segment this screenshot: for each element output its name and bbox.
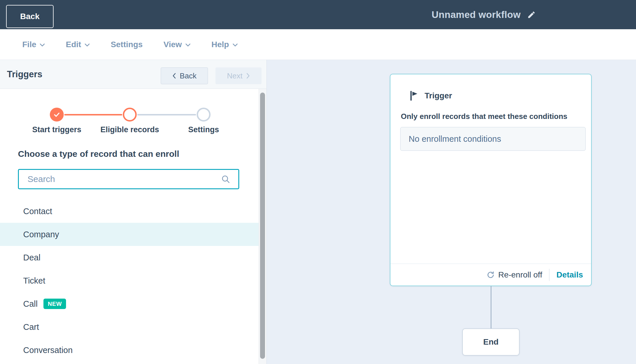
menu-help-label: Help — [211, 40, 229, 49]
chevron-down-icon — [185, 43, 191, 47]
record-label: Conversation — [23, 345, 73, 355]
step-eligible-records-circle[interactable] — [123, 108, 137, 122]
record-label: Contact — [23, 207, 52, 216]
search-input[interactable] — [19, 174, 221, 184]
workflow-canvas[interactable]: Trigger Only enroll records that meet th… — [266, 60, 636, 364]
panel-scrollbar-track[interactable] — [259, 89, 266, 364]
menu-settings[interactable]: Settings — [111, 40, 142, 49]
footer-divider — [549, 269, 549, 281]
trigger-card[interactable]: Trigger Only enroll records that meet th… — [390, 74, 592, 286]
record-option-ticket[interactable]: Ticket — [0, 269, 259, 292]
record-option-conversation[interactable]: Conversation — [0, 339, 259, 362]
menu-settings-label: Settings — [111, 40, 142, 49]
step-label-settings: Settings — [166, 125, 241, 134]
step-label-eligible-records: Eligible records — [92, 125, 167, 134]
menu-bar: File Edit Settings View Help — [0, 29, 636, 60]
back-button[interactable]: Back — [6, 5, 54, 28]
panel-next-button[interactable]: Next — [215, 67, 262, 84]
record-option-cart[interactable]: Cart — [0, 315, 259, 339]
record-label: Company — [23, 230, 59, 239]
reenroll-refresh-icon — [487, 271, 495, 279]
menu-view[interactable]: View — [164, 40, 191, 49]
triggers-panel-header: Triggers Back Next — [0, 60, 266, 89]
reenroll-label: Re-enroll off — [498, 270, 542, 280]
panel-scrollbar-thumb[interactable] — [260, 93, 265, 359]
menu-file-label: File — [22, 40, 36, 49]
record-option-deal[interactable]: Deal — [0, 246, 259, 269]
new-badge: NEW — [43, 299, 66, 309]
menu-view-label: View — [164, 40, 182, 49]
record-label: Ticket — [23, 276, 45, 286]
record-label: Deal — [23, 253, 41, 262]
record-type-list: Contact Company Deal Ticket Call NEW Car… — [0, 200, 259, 362]
trigger-card-header: Trigger — [410, 91, 452, 101]
step-connector-complete — [64, 114, 122, 115]
panel-title: Triggers — [7, 60, 42, 89]
enrollment-conditions-value: No enrollment conditions — [409, 134, 501, 144]
step-label-start-triggers: Start triggers — [19, 125, 94, 134]
record-label: Cart — [23, 322, 39, 332]
workflow-title: Unnamed workflow — [432, 9, 520, 20]
record-option-company[interactable]: Company — [0, 223, 259, 246]
search-icon — [221, 174, 230, 184]
flow-connector-line — [491, 286, 491, 328]
chevron-down-icon — [233, 43, 238, 47]
chevron-down-icon — [85, 43, 90, 47]
panel-back-label: Back — [180, 71, 197, 80]
record-option-call[interactable]: Call NEW — [0, 292, 259, 315]
end-node[interactable]: End — [462, 328, 520, 356]
workflow-title-group: Unnamed workflow — [400, 0, 568, 29]
reenroll-status: Re-enroll off — [487, 270, 542, 280]
enrollment-conditions-box[interactable]: No enrollment conditions — [400, 127, 586, 151]
triggers-panel: Triggers Back Next Start triggers Eligib… — [0, 60, 266, 364]
trigger-card-footer: Re-enroll off Details — [390, 264, 591, 286]
flag-icon — [410, 91, 418, 101]
chevron-left-icon — [172, 73, 176, 79]
chevron-down-icon — [40, 43, 45, 47]
record-label: Call — [23, 299, 38, 309]
workflow-editor: Back Unnamed workflow File Edit Settings… — [0, 0, 636, 364]
enrollment-conditions-label: Only enroll records that meet these cond… — [401, 112, 567, 121]
menu-help[interactable]: Help — [211, 40, 238, 49]
panel-next-label: Next — [227, 71, 242, 80]
record-search — [18, 169, 239, 189]
panel-back-button[interactable]: Back — [161, 67, 208, 84]
details-link[interactable]: Details — [556, 270, 583, 280]
menu-file[interactable]: File — [22, 40, 45, 49]
menu-edit-label: Edit — [66, 40, 81, 49]
step-start-triggers-circle[interactable] — [50, 108, 64, 122]
step-connector-upcoming — [137, 114, 196, 115]
trigger-card-title: Trigger — [425, 91, 452, 100]
step-settings-circle[interactable] — [197, 108, 211, 122]
check-icon — [53, 111, 61, 118]
edit-title-pencil-icon[interactable] — [527, 10, 536, 19]
menu-edit[interactable]: Edit — [66, 40, 90, 49]
record-type-heading: Choose a type of record that can enroll — [18, 149, 179, 159]
chevron-right-icon — [246, 73, 250, 79]
record-option-contact[interactable]: Contact — [0, 200, 259, 223]
top-bar: Back Unnamed workflow — [0, 0, 636, 29]
